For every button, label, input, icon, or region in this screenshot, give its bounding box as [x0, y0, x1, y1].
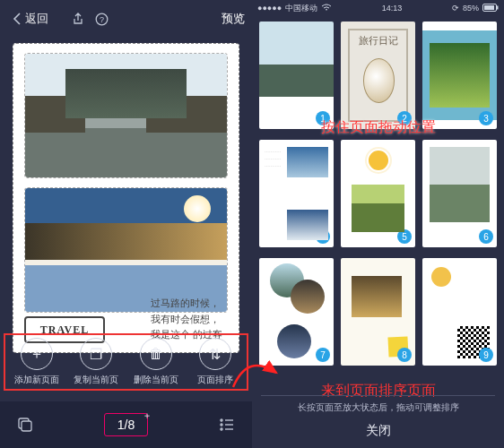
- page-thumb-9[interactable]: 9: [422, 258, 497, 366]
- annotation-arrow: [230, 344, 283, 401]
- carrier-label: 中国移动: [285, 3, 317, 14]
- export-icon[interactable]: [72, 13, 84, 25]
- page-thumb-6[interactable]: 6: [422, 140, 497, 247]
- close-button[interactable]: 关闭: [261, 423, 495, 439]
- page-toolbar: ＋ 添加新页面 ❐ 复制当前页 🗑 删除当前页 ⇅ 页面排序: [7, 338, 245, 386]
- page-toolbar-highlight: ＋ 添加新页面 ❐ 复制当前页 🗑 删除当前页 ⇅ 页面排序: [4, 333, 248, 391]
- editor-screen: 返回 ? 预览 TRAVEL 过马路的时候， 我有时会假想， 我是这个 的过客: [0, 0, 252, 448]
- svg-point-4: [221, 419, 222, 421]
- page-thumb-4[interactable]: ·································4: [259, 140, 334, 247]
- sort-screen: ●●●●● 中国移动 14:13 ⟳ 85% 1 旅行日记: [252, 0, 504, 448]
- svg-rect-3: [22, 421, 31, 431]
- svg-rect-12: [497, 5, 499, 9]
- diary-title: 旅行日记: [341, 34, 415, 47]
- clock-label: 14:13: [382, 4, 403, 13]
- status-bar: ●●●●● 中国移动 14:13 ⟳ 85%: [252, 0, 504, 16]
- trash-icon: 🗑: [140, 338, 172, 370]
- page-grid: 1 旅行日记 2 3 ·····························…: [252, 16, 504, 371]
- back-label: 返回: [25, 11, 48, 27]
- layers-icon[interactable]: [13, 412, 38, 437]
- hint-drag-text: 按住页面拖动位置: [252, 118, 504, 137]
- page-thumb-2[interactable]: 旅行日记 2: [341, 22, 415, 129]
- rotation-lock-icon: ⟳: [452, 4, 459, 13]
- page-indicator[interactable]: 1/8 ＋: [104, 413, 148, 436]
- page-thumb-3[interactable]: 3: [422, 22, 497, 129]
- svg-rect-11: [484, 5, 494, 10]
- sun-icon: [369, 151, 388, 170]
- plus-icon: ＋: [21, 338, 53, 370]
- battery-label: 85%: [463, 4, 479, 13]
- sort-footer: 长按页面至放大状态后，拖动可调整排序 关闭: [261, 395, 495, 439]
- wifi-icon: [321, 4, 332, 13]
- editor-topbar: 返回 ? 预览: [0, 0, 252, 38]
- bulb-icon: [431, 267, 451, 287]
- photo-slot-1[interactable]: [24, 53, 228, 178]
- footer-hint: 长按页面至放大状态后，拖动可调整排序: [261, 401, 495, 414]
- page-canvas[interactable]: TRAVEL 过马路的时候， 我有时会假想， 我是这个 的过客: [13, 43, 239, 353]
- help-icon[interactable]: ?: [95, 13, 109, 26]
- signal-icon: ●●●●●: [257, 4, 282, 13]
- page-add-badge: ＋: [143, 409, 152, 422]
- copy-icon: ❐: [80, 338, 112, 370]
- add-page-button[interactable]: ＋ 添加新页面: [10, 338, 64, 386]
- preview-button[interactable]: 预览: [222, 11, 245, 27]
- delete-page-button[interactable]: 🗑 删除当前页: [129, 338, 183, 386]
- sort-icon: ⇅: [199, 338, 231, 370]
- duplicate-page-button[interactable]: ❐ 复制当前页: [69, 338, 123, 386]
- back-button[interactable]: 返回: [13, 11, 48, 27]
- globe-icon: [363, 58, 395, 103]
- page-thumb-5[interactable]: 5: [341, 140, 415, 247]
- svg-point-8: [221, 428, 222, 430]
- page-thumb-8[interactable]: 8: [341, 258, 415, 366]
- page-thumb-1[interactable]: 1: [259, 22, 334, 129]
- menu-icon[interactable]: [214, 412, 239, 437]
- photo-slot-2[interactable]: [24, 187, 228, 313]
- bottom-bar: 1/8 ＋: [0, 401, 252, 448]
- battery-icon: [482, 4, 499, 13]
- svg-text:?: ?: [100, 15, 104, 24]
- svg-point-6: [221, 424, 222, 426]
